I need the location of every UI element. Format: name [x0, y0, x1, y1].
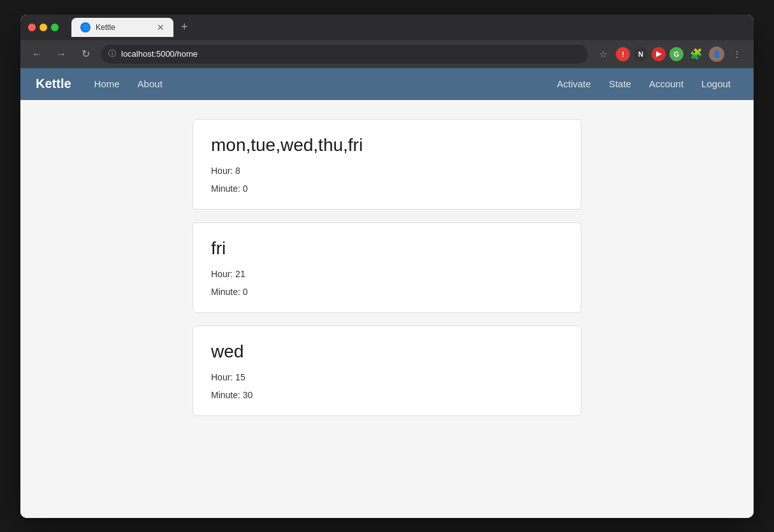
address-bar: ← → ↻ ⓘ localhost:5000/home ☆ ! N ▶ G 🧩 …: [20, 40, 754, 68]
cards-container: mon,tue,wed,thu,fri Hour: 8 Minute: 0 fr…: [180, 119, 594, 416]
minimize-button[interactable]: [40, 24, 47, 31]
profile-avatar[interactable]: 👤: [709, 47, 724, 62]
schedule-card: fri Hour: 21 Minute: 0: [193, 222, 581, 313]
tab-close-button[interactable]: ✕: [157, 23, 164, 32]
card-minute: Minute: 0: [211, 287, 563, 297]
card-minute: Minute: 30: [211, 390, 563, 400]
extensions-button[interactable]: 🧩: [687, 45, 705, 63]
bookmark-button[interactable]: ☆: [594, 45, 612, 63]
schedule-card: mon,tue,wed,thu,fri Hour: 8 Minute: 0: [193, 119, 581, 210]
app-nav-right: Activate State Account Logout: [550, 75, 738, 93]
nav-link-home[interactable]: Home: [87, 75, 128, 93]
nav-link-about[interactable]: About: [130, 75, 170, 93]
card-title: mon,tue,wed,thu,fri: [211, 135, 563, 155]
maximize-button[interactable]: [51, 24, 59, 31]
close-button[interactable]: [28, 24, 36, 31]
schedule-card: wed Hour: 15 Minute: 30: [193, 326, 581, 416]
url-text: localhost:5000/home: [121, 49, 198, 59]
traffic-lights: [28, 24, 59, 31]
browser-tab[interactable]: 🌐 Kettle ✕: [71, 18, 173, 37]
app-nav-links: HomeAbout: [87, 75, 550, 93]
app-navbar: Kettle HomeAbout Activate State Account …: [20, 68, 754, 100]
browser-window: 🌐 Kettle ✕ + ← → ↻ ⓘ localhost:5000/home…: [20, 15, 754, 518]
tab-bar: 🌐 Kettle ✕ +: [71, 18, 193, 37]
title-bar: 🌐 Kettle ✕ +: [20, 15, 754, 40]
forward-button[interactable]: →: [52, 45, 70, 63]
browser-actions: ☆ ! N ▶ G 🧩 👤 ⋮: [594, 45, 746, 63]
url-bar[interactable]: ⓘ localhost:5000/home: [101, 45, 588, 64]
lock-icon: ⓘ: [108, 48, 116, 59]
nav-link-state[interactable]: State: [601, 75, 639, 93]
extension-icon-3[interactable]: ▶: [652, 47, 666, 61]
extension-icon-1[interactable]: !: [616, 47, 630, 61]
back-button[interactable]: ←: [28, 45, 46, 63]
extension-icon-4[interactable]: G: [669, 47, 683, 61]
tab-favicon-icon: 🌐: [80, 22, 91, 32]
nav-link-logout[interactable]: Logout: [694, 75, 738, 93]
extension-icon-2[interactable]: N: [634, 47, 648, 61]
card-minute: Minute: 0: [211, 183, 563, 194]
card-hour: Hour: 8: [211, 166, 563, 176]
card-hour: Hour: 21: [211, 269, 563, 279]
tab-title: Kettle: [96, 23, 152, 32]
page-content: mon,tue,wed,thu,fri Hour: 8 Minute: 0 fr…: [20, 100, 754, 518]
nav-link-account[interactable]: Account: [641, 75, 691, 93]
card-title: fri: [211, 238, 563, 259]
nav-link-activate[interactable]: Activate: [550, 75, 599, 93]
card-title: wed: [211, 341, 563, 362]
new-tab-button[interactable]: +: [176, 20, 193, 34]
refresh-button[interactable]: ↻: [77, 45, 94, 63]
menu-button[interactable]: ⋮: [728, 45, 746, 63]
app-brand: Kettle: [36, 76, 71, 91]
card-hour: Hour: 15: [211, 372, 563, 382]
